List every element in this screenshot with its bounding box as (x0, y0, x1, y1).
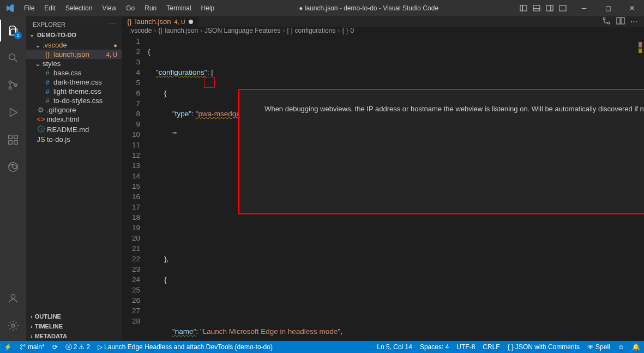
panel-layout-icon-3[interactable] (545, 3, 555, 13)
svg-rect-0 (520, 5, 522, 11)
window-title: ● launch.json - demo-to-do - Visual Stud… (219, 4, 519, 12)
status-bar: ⚡ main* ⟳ ⓧ 2 ⚠ 2 ▷ Launch Edge Headless… (0, 341, 644, 353)
menu-go[interactable]: Go (122, 1, 139, 15)
svg-point-21 (607, 22, 610, 24)
folder-vscode[interactable]: ⌄.vscode● (26, 40, 122, 50)
suggestion-doc: When debugging webviews, the IP address … (239, 90, 644, 213)
code-editor[interactable]: 1234567891011121314151617181920212223242… (122, 34, 644, 353)
file-todocss[interactable]: #to-do-styles.css (26, 96, 122, 105)
svg-marker-12 (10, 109, 17, 117)
activity-edge[interactable] (0, 156, 26, 178)
panel-metadata[interactable]: ›METADATA (26, 331, 122, 341)
minimize-button[interactable]: ─ (572, 0, 596, 16)
panel-layout-icon-1[interactable] (519, 3, 528, 13)
more-actions-icon[interactable]: ⋯ (630, 17, 637, 26)
debug-config[interactable]: ▷ Launch Edge Headless and attach DevToo… (94, 343, 276, 351)
intellisense-popup: 🔧address 🔧browserLaunchLocation 🔧cascade… (238, 89, 644, 214)
folder-styles[interactable]: ⌄styles (26, 59, 122, 68)
svg-rect-6 (559, 5, 566, 11)
svg-rect-1 (522, 5, 527, 11)
maximize-button[interactable]: ▢ (596, 0, 620, 16)
vscode-logo-icon (0, 4, 20, 13)
code-content[interactable]: { "configurations": [ { "type": "pwa-mse… (148, 34, 644, 353)
tab-label: launch.json (135, 17, 171, 26)
panel-layout-icon-2[interactable] (532, 3, 541, 13)
close-button[interactable]: ✕ (620, 0, 644, 16)
svg-point-19 (11, 324, 15, 327)
eol[interactable]: CRLF (479, 343, 503, 351)
window-controls: ─ ▢ ✕ (572, 0, 644, 16)
file-todojs[interactable]: JSto-do.js (26, 135, 122, 144)
svg-rect-15 (14, 141, 17, 144)
activity-explorer[interactable]: 1 (0, 20, 26, 41)
tab-modified: 4, U (174, 19, 185, 25)
notifications-icon[interactable]: 🔔 (628, 343, 644, 351)
chevron-down-icon[interactable]: ⌄ (29, 31, 36, 38)
titlebar: File Edit Selection View Go Run Terminal… (0, 0, 644, 16)
menu-view[interactable]: View (98, 1, 121, 15)
panel-timeline[interactable]: ›TIMELINE (26, 321, 122, 331)
activity-settings[interactable] (0, 315, 26, 337)
svg-point-10 (9, 87, 11, 89)
file-readme[interactable]: ⓘREADME.md (26, 124, 122, 135)
panel-outline[interactable]: ›OUTLINE (26, 312, 122, 321)
svg-point-17 (9, 163, 18, 172)
svg-line-8 (15, 59, 17, 62)
menu-help[interactable]: Help (197, 1, 219, 15)
svg-rect-23 (621, 17, 624, 24)
file-darkcss[interactable]: #dark-theme.css (26, 77, 122, 87)
branch-indicator[interactable]: main* (16, 343, 49, 351)
file-indexhtml[interactable]: <>index.html (26, 115, 122, 124)
explorer-more-icon[interactable]: ⋯ (109, 21, 115, 28)
editor-area: {} launch.json 4, U ⋯ .vscode› {} launch… (122, 16, 644, 341)
file-lightcss[interactable]: #light-theme.css (26, 87, 122, 96)
svg-point-26 (24, 345, 26, 346)
compare-changes-icon[interactable] (602, 16, 611, 27)
encoding[interactable]: UTF-8 (453, 343, 479, 351)
remote-indicator[interactable]: ⚡ (0, 343, 16, 351)
line-numbers: 1234567891011121314151617181920212223242… (122, 34, 148, 353)
layout-controls (519, 3, 572, 13)
svg-point-20 (603, 17, 605, 20)
language-mode[interactable]: { } JSON with Comments (504, 343, 583, 351)
errors-indicator[interactable]: ⓧ 2 ⚠ 2 (62, 343, 94, 352)
feedback-icon[interactable]: ☺ (614, 343, 628, 351)
menu-terminal[interactable]: Terminal (162, 1, 195, 15)
svg-point-9 (9, 81, 11, 83)
explorer-title: EXPLORER (33, 21, 65, 28)
menu-file[interactable]: File (20, 1, 39, 15)
menu-run[interactable]: Run (140, 1, 161, 15)
activity-scm[interactable] (0, 74, 26, 96)
indentation[interactable]: Spaces: 4 (416, 343, 453, 351)
sync-indicator[interactable]: ⟳ (49, 343, 62, 351)
menu-selection[interactable]: Selection (61, 1, 97, 15)
svg-rect-2 (533, 5, 540, 9)
breadcrumbs[interactable]: .vscode› {} launch.json› JSON Language F… (122, 27, 644, 34)
panel-layout-icon-4[interactable] (558, 3, 568, 13)
activity-accounts[interactable] (0, 288, 26, 309)
cursor-position[interactable]: Ln 5, Col 14 (373, 343, 416, 351)
svg-point-24 (21, 345, 22, 346)
spell-check[interactable]: 👁 Spell (583, 343, 614, 351)
svg-rect-13 (9, 135, 12, 139)
activity-extensions[interactable] (0, 129, 26, 151)
svg-rect-14 (9, 141, 12, 144)
svg-rect-22 (617, 17, 620, 24)
project-name[interactable]: DEMO-TO-DO (37, 32, 76, 38)
activity-debug[interactable] (0, 101, 26, 123)
split-editor-icon[interactable] (616, 16, 625, 27)
tab-bar: {} launch.json 4, U ⋯ (122, 16, 644, 27)
tab-launchjson[interactable]: {} launch.json 4, U (122, 16, 198, 27)
svg-rect-5 (551, 5, 553, 11)
activity-search[interactable] (0, 47, 26, 69)
file-gitignore[interactable]: ⚙.gitignore (26, 105, 122, 115)
file-basecss[interactable]: #base.css (26, 68, 122, 77)
highlight-box-line5 (204, 77, 215, 88)
activity-bar: 1 (0, 16, 26, 341)
svg-point-11 (14, 84, 17, 87)
dirty-indicator-icon (189, 20, 193, 24)
menu-edit[interactable]: Edit (40, 1, 60, 15)
file-launchjson[interactable]: {}launch.json4, U (26, 50, 122, 59)
explorer-sidebar: EXPLORER⋯ ⌄DEMO-TO-DO ⌄.vscode● {}launch… (26, 16, 122, 341)
menu-bar: File Edit Selection View Go Run Terminal… (20, 1, 219, 15)
